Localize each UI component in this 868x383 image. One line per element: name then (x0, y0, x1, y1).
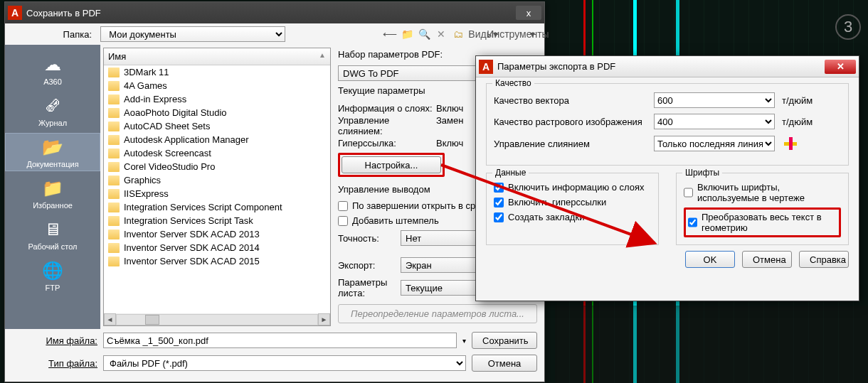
folder-icon (108, 95, 120, 104)
file-name: Autodesk Application Manager (124, 134, 249, 145)
quality-group: Качество Качество вектора 600 т/дюйм Кач… (486, 83, 849, 166)
dialog-title: Сохранить в PDF (26, 8, 516, 18)
settings-highlight: Настройка... (338, 153, 445, 177)
desktop-icon: 🖥 (40, 218, 65, 241)
search-icon[interactable]: 🔍 (418, 28, 430, 41)
tools-menu[interactable]: Инструменты▾ (512, 28, 539, 41)
file-name: AutoCAD Sheet Sets (124, 121, 210, 131)
folder-select[interactable]: Мои документы (100, 26, 285, 42)
list-item[interactable]: 3DMark 11 (104, 65, 330, 79)
folder-icon (108, 216, 120, 226)
list-item[interactable]: 4A Games (104, 79, 330, 92)
folder-icon (108, 68, 120, 77)
list-item[interactable]: Graphics (104, 173, 330, 187)
file-list: Имя▲ 3DMark 114A GamesAdd-in ExpressAoao… (103, 48, 331, 326)
places-sidebar: ☁A360 🗞Журнал 📂Документация 📁Избранное 🖥… (5, 45, 100, 329)
file-name: IISExpress (124, 188, 169, 199)
folder-icon (108, 135, 120, 145)
create-bookmarks-checkbox[interactable]: Создать закладки (494, 212, 651, 222)
titlebar[interactable]: A Сохранить в PDF x (5, 2, 544, 23)
folder-open-icon: 📂 (40, 136, 65, 158)
folder-icon (108, 149, 120, 158)
scroll-thumb[interactable] (145, 315, 159, 325)
delete-icon[interactable]: ✕ (435, 28, 448, 41)
folder-icon (108, 230, 120, 239)
pdf-export-params-dialog: A Параметры экспорта в PDF ✕ Качество Ка… (475, 55, 859, 301)
list-item[interactable]: Integration Services Script Task (104, 214, 330, 227)
file-name: Corel VideoStudio Pro (124, 161, 215, 172)
file-name: Add-in Express (124, 94, 186, 104)
cloud-icon: ☁ (40, 53, 65, 76)
sidebar-item-desktop[interactable]: 🖥Рабочий стол (5, 215, 100, 254)
scroll-right-icon[interactable]: ► (318, 313, 330, 325)
include-layers-checkbox[interactable]: Включить информацию о слоях (494, 182, 651, 193)
include-fonts-checkbox[interactable]: Включить шрифты, используемые в чертеже (684, 182, 841, 203)
list-item[interactable]: IISExpress (104, 187, 330, 200)
svg-rect-1 (789, 137, 793, 150)
list-item[interactable]: Inventor Server SDK ACAD 2015 (104, 254, 330, 268)
help-button[interactable]: Справка (799, 251, 849, 268)
ok-button[interactable]: OK (685, 251, 735, 268)
up-folder-icon[interactable]: 📁 (401, 28, 413, 41)
list-item[interactable]: Integration Services Script Component (104, 200, 330, 214)
cancel-button[interactable]: Отмена (472, 355, 537, 372)
star-folder-icon: 📁 (40, 177, 65, 200)
list-item[interactable]: Inventor Server SDK ACAD 2013 (104, 227, 330, 241)
autocad-logo-icon: A (479, 60, 493, 74)
list-item[interactable]: Inventor Server SDK ACAD 2014 (104, 241, 330, 254)
fonts-group: Шрифты Включить шрифты, используемые в ч… (676, 173, 849, 245)
raster-quality-select[interactable]: 400 (654, 114, 775, 129)
file-name: Integration Services Script Task (124, 215, 253, 226)
file-name: 4A Games (124, 80, 167, 91)
include-hyperlinks-checkbox[interactable]: Включить гиперссылки (494, 197, 651, 207)
file-name: AoaoPhoto Digital Studio (124, 107, 227, 118)
list-item[interactable]: Corel VideoStudio Pro (104, 160, 330, 173)
save-pdf-dialog: A Сохранить в PDF x Папка: Мои документы… (4, 1, 545, 382)
list-item[interactable]: Autodesk Application Manager (104, 133, 330, 146)
vector-quality-select[interactable]: 600 (654, 92, 775, 108)
settings-button[interactable]: Настройка... (342, 156, 441, 173)
list-item[interactable]: Add-in Express (104, 92, 330, 106)
list-item[interactable]: AoaoPhoto Digital Studio (104, 106, 330, 119)
sub-title: Параметры экспорта в PDF (497, 61, 825, 72)
data-group: Данные Включить информацию о слоях Включ… (486, 173, 659, 245)
save-button[interactable]: Сохранить (472, 332, 537, 349)
sidebar-item-ftp[interactable]: 🌐FTP (5, 257, 100, 295)
column-header-name[interactable]: Имя▲ (104, 48, 330, 65)
folder-icon (108, 257, 120, 266)
autocad-logo-icon: A (8, 6, 22, 20)
folder-icon (108, 203, 120, 212)
convert-text-checkbox[interactable]: Преобразовать весь текст в геометрию (688, 212, 837, 233)
folder-icon (108, 81, 120, 91)
filename-input[interactable] (103, 333, 457, 348)
folder-icon (108, 189, 120, 199)
history-icon: 🗞 (40, 95, 65, 117)
convert-text-highlight: Преобразовать весь текст в геометрию (684, 207, 841, 237)
horizontal-scrollbar[interactable]: ◄ ► (104, 313, 330, 325)
view-badge: 3 (835, 14, 861, 40)
ftp-icon: 🌐 (40, 259, 65, 282)
merge-preview-icon (782, 135, 799, 152)
scroll-left-icon[interactable]: ◄ (104, 313, 116, 325)
sub-close-button[interactable]: ✕ (825, 60, 856, 74)
back-icon[interactable]: ⟵ (383, 28, 396, 41)
file-name: Integration Services Script Component (124, 202, 282, 212)
file-name: Inventor Server SDK ACAD 2014 (124, 242, 260, 253)
close-button[interactable]: x (516, 6, 541, 20)
sidebar-item-documents[interactable]: 📂Документация (5, 133, 100, 171)
sheet-override-button: Переопределение параметров листа... (338, 304, 537, 323)
list-item[interactable]: AutoCAD Sheet Sets (104, 119, 330, 133)
file-name: Inventor Server SDK ACAD 2013 (124, 229, 260, 239)
sub-titlebar[interactable]: A Параметры экспорта в PDF ✕ (476, 56, 859, 77)
merge-control-select[interactable]: Только последняя линия (654, 136, 775, 151)
sidebar-item-favorites[interactable]: 📁Избранное (5, 174, 100, 212)
folder-icon (108, 176, 120, 185)
list-item[interactable]: Autodesk Screencast (104, 146, 330, 160)
sidebar-item-a360[interactable]: ☁A360 (5, 50, 100, 89)
sidebar-item-history[interactable]: 🗞Журнал (5, 92, 100, 130)
filetype-select[interactable]: Файлы PDF (*.pdf) (103, 355, 466, 371)
folder-label: Папка: (11, 29, 96, 40)
sub-cancel-button[interactable]: Отмена (742, 251, 792, 268)
file-name: Autodesk Screencast (124, 148, 211, 158)
new-folder-icon[interactable]: 🗂 (452, 28, 465, 41)
